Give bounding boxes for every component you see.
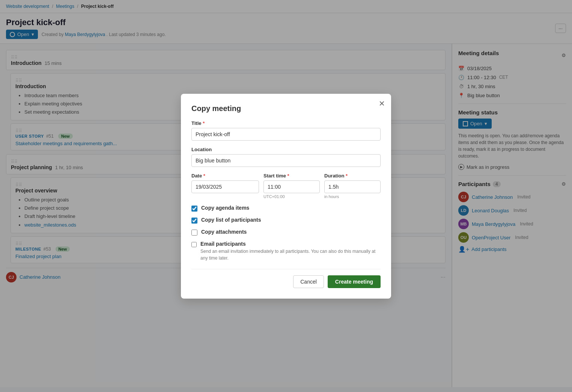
time-col: Start time * UTC+01:00 [263, 173, 320, 199]
timezone-sub-label: UTC+01:00 [263, 194, 320, 199]
title-label: Title * [191, 120, 381, 126]
start-time-label: Start time * [263, 173, 320, 179]
cancel-button[interactable]: Cancel [293, 275, 324, 288]
duration-label: Duration * [324, 173, 381, 179]
title-input[interactable] [191, 128, 381, 141]
email-participants-row: Email participants Send an email invitat… [191, 241, 381, 261]
required-indicator: * [203, 120, 205, 126]
required-indicator: * [346, 173, 348, 179]
create-meeting-button[interactable]: Create meeting [328, 275, 381, 288]
required-indicator: * [203, 173, 205, 179]
copy-attachments-label[interactable]: Copy attachments [201, 229, 247, 235]
modal-close-button[interactable]: ✕ [379, 100, 385, 107]
date-time-row: Date * Start time * UTC+01:00 Duration * [191, 173, 381, 199]
location-field-group: Location [191, 147, 381, 167]
copy-agenda-row: Copy agenda items [191, 205, 381, 212]
copy-meeting-modal: Copy meeting ✕ Title * Location Date * [181, 94, 391, 299]
duration-input[interactable] [324, 180, 381, 193]
title-field-group: Title * [191, 120, 381, 141]
copy-participants-label[interactable]: Copy list of participants [201, 217, 261, 223]
date-label: Date * [191, 173, 259, 179]
date-col: Date * [191, 173, 259, 199]
copy-agenda-label[interactable]: Copy agenda items [201, 205, 249, 211]
duration-sub-label: in hours [324, 194, 381, 199]
required-indicator: * [288, 173, 289, 179]
copy-attachments-checkbox[interactable] [191, 230, 197, 236]
start-time-input[interactable] [263, 180, 320, 193]
location-label: Location [191, 147, 381, 152]
location-input[interactable] [191, 154, 381, 167]
email-participants-label[interactable]: Email participants [200, 241, 246, 247]
copy-attachments-row: Copy attachments [191, 229, 381, 236]
copy-participants-row: Copy list of participants [191, 217, 381, 224]
duration-col: Duration * in hours [324, 173, 381, 199]
copy-participants-checkbox[interactable] [191, 218, 197, 224]
date-input[interactable] [191, 180, 259, 193]
modal-title: Copy meeting [191, 104, 381, 113]
email-participants-desc: Send an email invitation immediately to … [200, 248, 381, 261]
modal-overlay: Copy meeting ✕ Title * Location Date * [0, 0, 572, 387]
modal-footer: Cancel Create meeting [191, 269, 381, 288]
email-participants-checkbox[interactable] [191, 242, 197, 248]
copy-agenda-checkbox[interactable] [191, 206, 197, 212]
